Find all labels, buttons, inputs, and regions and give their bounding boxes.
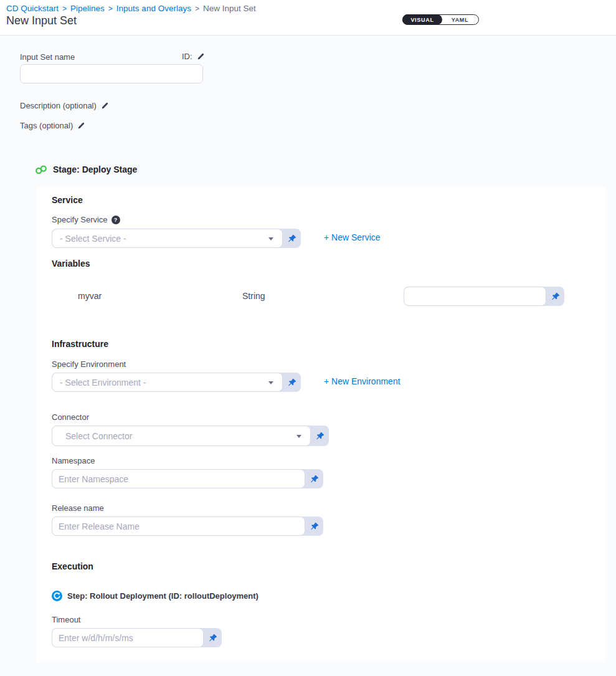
connector-select-group: Select Connector — [52, 426, 329, 446]
breadcrumb-separator: > — [108, 4, 113, 13]
timeout-text: Timeout — [52, 615, 80, 624]
release-runtime-pin-button[interactable] — [305, 517, 323, 536]
connector-text: Connector — [52, 412, 89, 422]
breadcrumb-current: New Input Set — [203, 4, 256, 13]
stage-title: Stage: Deploy Stage — [53, 164, 137, 174]
breadcrumb-link-pipelines[interactable]: Pipelines — [70, 4, 105, 13]
namespace-field[interactable] — [52, 469, 305, 488]
tags-row: Tags (optional) — [20, 121, 85, 130]
edit-description-icon[interactable] — [101, 102, 109, 110]
input-set-name-field[interactable] — [20, 64, 203, 83]
timeout-input-group — [52, 628, 222, 647]
service-runtime-pin-button[interactable] — [283, 229, 301, 248]
new-environment-link[interactable]: + New Environment — [324, 376, 400, 386]
cd-stage-icon — [35, 165, 47, 174]
breadcrumb-separator: > — [62, 4, 67, 13]
pin-icon — [288, 234, 296, 243]
timeout-label: Timeout — [52, 615, 80, 624]
connector-label: Connector — [52, 412, 89, 422]
namespace-text: Namespace — [52, 456, 95, 465]
tags-label: Tags (optional) — [20, 121, 73, 130]
chevron-down-icon — [268, 237, 273, 240]
pin-icon — [310, 522, 319, 531]
new-input-set-page: CD Quickstart > Pipelines > Inputs and O… — [0, 0, 616, 676]
release-name-field[interactable] — [52, 517, 305, 536]
connector-select-placeholder: Select Connector — [65, 431, 132, 441]
connector-runtime-pin-button[interactable] — [311, 426, 329, 446]
chevron-down-icon — [268, 381, 273, 384]
release-name-text: Release name — [52, 503, 104, 513]
service-select-group: - Select Service - — [52, 229, 301, 248]
description-row: Description (optional) — [20, 101, 109, 110]
specify-service-row: Specify Service ? — [52, 215, 120, 224]
stage-header: Stage: Deploy Stage — [35, 164, 137, 174]
step-header: Step: Rollout Deployment (ID: rolloutDep… — [52, 591, 258, 601]
new-service-link[interactable]: + New Service — [324, 232, 381, 242]
connector-select[interactable]: Select Connector — [52, 426, 311, 446]
input-set-name-label: Input Set name — [20, 52, 75, 62]
release-name-label: Release name — [52, 503, 104, 513]
variable-runtime-pin-button[interactable] — [546, 287, 564, 306]
namespace-label: Namespace — [52, 456, 95, 465]
pin-icon — [316, 432, 325, 440]
tab-yaml[interactable]: YAML — [442, 15, 478, 24]
namespace-runtime-pin-button[interactable] — [305, 469, 323, 488]
breadcrumb-separator: > — [195, 4, 199, 13]
tab-visual[interactable]: VISUAL — [402, 14, 442, 25]
specify-environment-label: Specify Environment — [52, 359, 126, 369]
breadcrumb-link-inputs-and-overlays[interactable]: Inputs and Overlays — [116, 4, 191, 13]
timeout-field[interactable] — [52, 628, 204, 647]
variable-value-group — [404, 287, 564, 306]
service-select-placeholder: - Select Service - — [60, 234, 126, 244]
breadcrumb: CD Quickstart > Pipelines > Inputs and O… — [6, 4, 256, 13]
edit-id-icon[interactable] — [197, 52, 205, 60]
step-title: Step: Rollout Deployment (ID: rolloutDep… — [67, 591, 258, 601]
release-name-input-group — [52, 517, 323, 536]
breadcrumb-link-cd-quickstart[interactable]: CD Quickstart — [6, 4, 59, 13]
page-title: New Input Set — [6, 14, 77, 27]
specify-service-label: Specify Service — [52, 215, 108, 224]
infrastructure-heading: Infrastructure — [52, 339, 108, 349]
variables-heading: Variables — [52, 259, 90, 269]
environment-select-group: - Select Environment - — [52, 373, 301, 392]
description-label: Description (optional) — [20, 101, 97, 110]
service-heading: Service — [52, 195, 83, 205]
namespace-input-group — [52, 469, 323, 488]
variable-row: myvar String — [37, 287, 605, 306]
id-label: ID: — [182, 52, 192, 61]
help-icon[interactable]: ? — [111, 216, 120, 224]
rollout-step-icon — [52, 591, 62, 601]
visual-yaml-toggle[interactable]: VISUAL YAML — [402, 14, 479, 25]
pin-icon — [551, 292, 560, 301]
pin-icon — [288, 378, 296, 387]
chevron-down-icon — [296, 435, 301, 438]
variable-type: String — [242, 291, 265, 301]
execution-heading: Execution — [52, 561, 93, 571]
environment-select[interactable]: - Select Environment - — [52, 373, 283, 392]
environment-runtime-pin-button[interactable] — [283, 373, 301, 392]
environment-select-placeholder: - Select Environment - — [60, 378, 146, 388]
service-select[interactable]: - Select Service - — [52, 229, 283, 248]
page-header: CD Quickstart > Pipelines > Inputs and O… — [0, 0, 616, 36]
stage-form-card: Service Specify Service ? - Select Servi… — [37, 187, 605, 662]
variable-name: myvar — [78, 291, 102, 301]
pin-icon — [209, 634, 217, 642]
pin-icon — [310, 475, 319, 483]
edit-tags-icon[interactable] — [77, 121, 85, 130]
input-set-id: ID: — [182, 52, 205, 61]
specify-environment-text: Specify Environment — [52, 359, 126, 369]
timeout-runtime-pin-button[interactable] — [204, 628, 222, 647]
variable-value-field[interactable] — [404, 287, 546, 306]
